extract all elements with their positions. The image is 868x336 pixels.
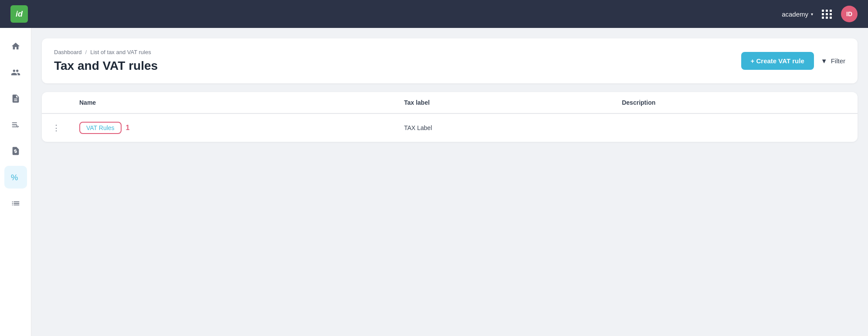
tax-label-value: TAX Label — [404, 124, 432, 131]
name-cell-container: VAT Rules 1 — [79, 122, 387, 134]
create-vat-rule-button[interactable]: + Create VAT rule — [741, 52, 814, 70]
navbar-left: id — [10, 5, 28, 23]
table-card: Name Tax label Description ⋮ — [42, 92, 858, 142]
apps-grid-icon[interactable] — [822, 10, 832, 19]
chevron-down-icon: ▾ — [811, 12, 813, 17]
row-description-cell — [613, 113, 858, 142]
home-icon — [11, 41, 20, 51]
main-content: Dashboard / List of tax and VAT rules Ta… — [31, 28, 868, 336]
header-right: + Create VAT rule ▼ Filter — [741, 52, 845, 70]
row-tax-label-cell: TAX Label — [395, 113, 613, 142]
sidebar-item-reports[interactable] — [4, 192, 27, 215]
avatar-text: ID — [846, 10, 852, 17]
logo-text: id — [16, 10, 23, 19]
row-number: 1 — [126, 124, 130, 132]
table-header-row: Name Tax label Description — [42, 92, 858, 113]
sidebar-item-notes[interactable] — [4, 113, 27, 136]
header-left: Dashboard / List of tax and VAT rules Ta… — [54, 49, 158, 73]
page-header-card: Dashboard / List of tax and VAT rules Ta… — [42, 38, 858, 83]
invoices-icon — [11, 94, 20, 103]
col-actions — [42, 92, 71, 113]
reports-icon — [11, 199, 20, 208]
breadcrumb-current: List of tax and VAT rules — [90, 49, 151, 55]
filter-label: Filter — [831, 57, 845, 65]
breadcrumb: Dashboard / List of tax and VAT rules — [54, 49, 158, 55]
filter-button[interactable]: ▼ Filter — [821, 57, 845, 65]
navbar-right: academy ▾ ID — [782, 6, 858, 22]
navbar: id academy ▾ ID — [0, 0, 868, 28]
col-tax-label: Tax label — [395, 92, 613, 113]
billing-icon — [11, 146, 20, 156]
logo[interactable]: id — [10, 5, 28, 23]
table-row: ⋮ VAT Rules 1 TAX Label — [42, 113, 858, 142]
sidebar-item-users[interactable] — [4, 61, 27, 84]
row-menu-button[interactable]: ⋮ — [51, 122, 62, 134]
sidebar-item-home[interactable] — [4, 35, 27, 58]
sidebar-item-tax[interactable]: % — [4, 166, 27, 189]
col-name: Name — [71, 92, 395, 113]
svg-text:%: % — [11, 173, 18, 182]
filter-icon: ▼ — [821, 57, 827, 65]
page-title: Tax and VAT rules — [54, 59, 158, 73]
sidebar-item-invoices[interactable] — [4, 87, 27, 110]
users-icon — [11, 68, 20, 77]
academy-label: academy — [782, 10, 808, 18]
col-description: Description — [613, 92, 858, 113]
sidebar-item-billing[interactable] — [4, 140, 27, 162]
notes-icon — [11, 120, 20, 130]
row-menu-cell: ⋮ — [42, 113, 71, 142]
vat-rules-table: Name Tax label Description ⋮ — [42, 92, 858, 142]
avatar[interactable]: ID — [841, 6, 858, 22]
row-name-cell: VAT Rules 1 — [71, 113, 395, 142]
tax-icon: % — [11, 172, 20, 182]
breadcrumb-separator: / — [85, 49, 87, 55]
sidebar: % — [0, 28, 31, 336]
layout: % Dashboard / List of tax and VAT rules … — [0, 28, 868, 336]
vat-rules-link[interactable]: VAT Rules — [79, 122, 122, 134]
academy-button[interactable]: academy ▾ — [782, 10, 813, 18]
breadcrumb-home[interactable]: Dashboard — [54, 49, 82, 55]
